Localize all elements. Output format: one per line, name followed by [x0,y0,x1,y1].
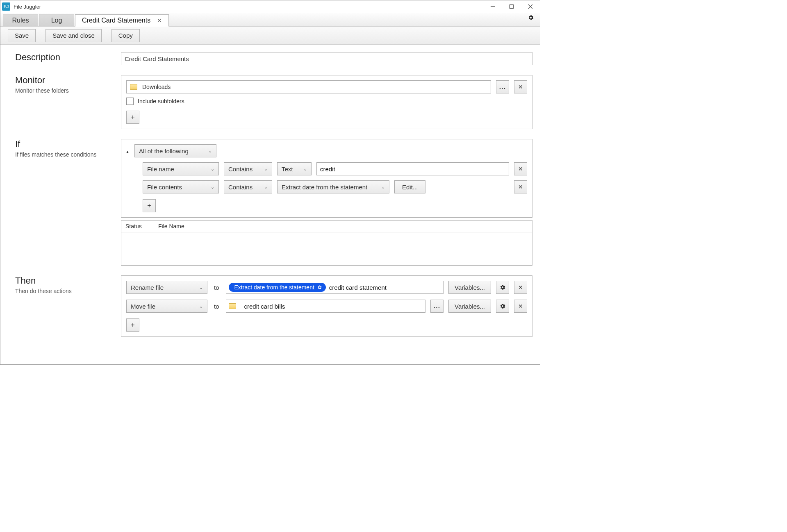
remove-action-1-button[interactable]: ✕ [514,281,527,294]
copy-button[interactable]: Copy [111,29,140,42]
combo-label: Text [282,166,293,173]
combo-label: Contains [228,166,252,173]
app-logo: FJ [2,2,10,11]
column-filename[interactable]: File Name [154,221,532,232]
tab-label: Rules [12,17,29,24]
then-subtitle: Then do these actions [15,288,121,294]
monitor-folder-field[interactable]: Downloads [126,80,491,93]
chevron-down-icon: ⌄ [376,184,385,190]
chevron-down-icon: ⌄ [259,184,268,190]
action2-variables-button[interactable]: Variables... [448,300,491,313]
chevron-down-icon: ⌄ [206,166,214,172]
tab-active-rule[interactable]: Credit Card Statements ✕ [75,14,169,27]
save-and-close-button[interactable]: Save and close [45,29,102,42]
svg-rect-1 [510,5,514,9]
if-file-list-panel: Status File Name [121,220,532,266]
file-list-body [121,232,532,265]
if-row: If If files matches these conditions ▴ A… [15,139,532,266]
condition-line-1: File name⌄ Contains⌄ Text⌄ ✕ [126,162,527,175]
maximize-button[interactable] [502,0,521,13]
action-line-2: Move file⌄ to credit card bills ... Vari… [126,300,527,313]
combo-label: Rename file [131,284,164,291]
then-row: Then Then do these actions Rename file⌄ … [15,275,532,337]
action1-settings-button[interactable] [496,281,509,294]
chevron-down-icon: ⌄ [194,285,203,290]
cond1-type[interactable]: Text⌄ [277,162,312,175]
monitor-panel: Downloads ... ✕ Include subfolders + [121,75,532,129]
action1-variables-button[interactable]: Variables... [448,281,491,294]
window-controls [483,0,540,13]
tab-log[interactable]: Log [39,14,74,26]
cond1-value-input[interactable] [316,162,509,175]
action1-to-label: to [212,284,221,291]
variable-token-pill[interactable]: Extract date from the statement ✿ [229,283,326,292]
content-area: Description Monitor Monitor these folder… [0,45,540,364]
chevron-down-icon: ⌄ [194,304,203,309]
combo-label: File contents [147,184,182,191]
action1-target-field[interactable]: Extract date from the statement ✿ credit… [226,281,444,294]
include-subfolders-row[interactable]: Include subfolders [126,98,527,105]
save-button[interactable]: Save [8,29,36,42]
description-row: Description [15,52,532,65]
title-bar: FJ File Juggler [0,0,540,13]
combo-label: Extract date from the statement [282,184,367,191]
tab-label: Credit Card Statements [82,17,150,24]
monitor-row: Monitor Monitor these folders Downloads … [15,75,532,129]
tab-rules[interactable]: Rules [3,14,38,26]
remove-condition-1-button[interactable]: ✕ [514,162,527,175]
settings-button[interactable] [528,14,534,22]
browse-folder-button[interactable]: ... [496,80,509,93]
close-tab-icon[interactable]: ✕ [157,17,162,24]
combo-label: Contains [228,184,252,191]
condition-line-2: File contents⌄ Contains⌄ Extract date fr… [126,180,527,193]
action1-suffix-text: credit card statement [329,284,387,291]
action2-browse-button[interactable]: ... [430,300,444,313]
action2-path-field[interactable]: credit card bills [226,300,426,313]
cond2-type[interactable]: Extract date from the statement⌄ [277,180,389,193]
toolbar: Save Save and close Copy [0,27,540,45]
folder-icon [229,303,236,309]
combo-label: Move file [131,303,155,310]
then-title: Then [15,275,121,286]
cond2-edit-button[interactable]: Edit... [394,180,425,193]
app-window: FJ File Juggler Rules Log Credit Card St… [0,0,540,365]
cond2-field[interactable]: File contents⌄ [143,180,219,193]
cond2-operator[interactable]: Contains⌄ [224,180,272,193]
then-panel: Rename file⌄ to Extract date from the st… [121,275,532,337]
combo-label: File name [147,166,174,173]
minimize-button[interactable] [483,0,502,13]
description-input[interactable] [121,52,532,65]
remove-condition-2-button[interactable]: ✕ [514,180,527,193]
condition-group-mode[interactable]: All of the following ⌄ [134,144,216,157]
action-line-1: Rename file⌄ to Extract date from the st… [126,281,527,294]
if-title: If [15,139,121,150]
folder-icon [130,84,137,90]
monitor-title: Monitor [15,75,121,86]
description-title: Description [15,52,121,63]
cond1-operator[interactable]: Contains⌄ [224,162,272,175]
if-conditions-panel: ▴ All of the following ⌄ File name⌄ Cont… [121,139,532,218]
condition-group-mode-label: All of the following [139,148,189,155]
tab-strip: Rules Log Credit Card Statements ✕ [0,13,540,27]
remove-folder-button[interactable]: ✕ [514,80,527,93]
action1-type[interactable]: Rename file⌄ [126,281,207,294]
chevron-down-icon: ⌄ [206,184,214,190]
add-condition-button[interactable]: + [143,199,156,212]
action2-type[interactable]: Move file⌄ [126,300,207,313]
chevron-down-icon: ⌄ [298,166,307,172]
action2-settings-button[interactable] [496,300,509,313]
file-list-header: Status File Name [121,221,532,232]
add-monitor-folder-button[interactable]: + [126,111,139,124]
include-subfolders-checkbox[interactable] [126,98,134,105]
chevron-down-icon: ⌄ [203,148,212,154]
chevron-down-icon: ⌄ [259,166,268,172]
action2-path-text: credit card bills [244,303,285,310]
column-status[interactable]: Status [121,221,154,232]
close-window-button[interactable] [521,0,540,13]
cond1-field[interactable]: File name⌄ [143,162,219,175]
monitor-subtitle: Monitor these folders [15,87,121,94]
gear-icon[interactable]: ✿ [318,284,322,290]
condition-group-toggle[interactable]: ▴ [126,149,129,155]
add-action-button[interactable]: + [126,318,139,332]
remove-action-2-button[interactable]: ✕ [514,300,527,313]
